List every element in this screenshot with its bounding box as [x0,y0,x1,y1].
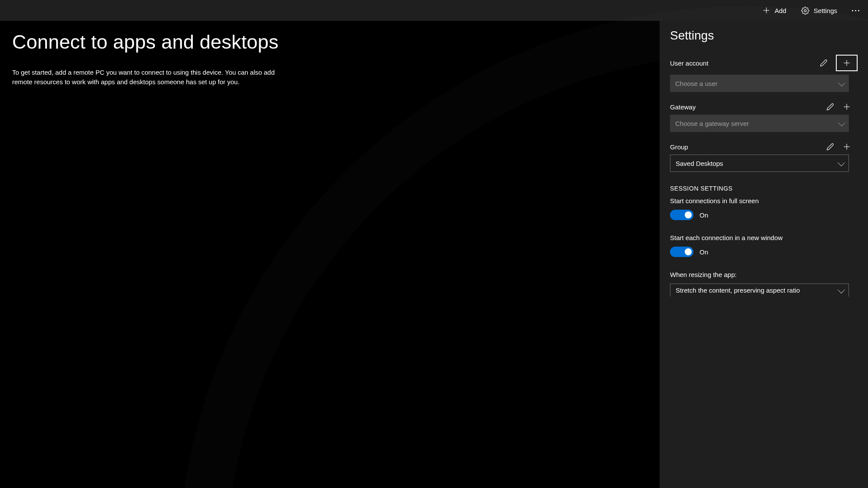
dot-icon [855,10,856,11]
user-account-value: Choose a user [675,80,718,87]
resize-label: When resizing the app: [670,271,858,278]
resize-dropdown[interactable]: Stretch the content, preserving aspect r… [670,284,849,297]
gateway-section: Gateway Choose a gateway server [670,102,858,132]
gateway-header: Gateway [670,102,858,111]
add-gateway-button[interactable] [842,102,851,111]
toggle-knob [685,211,692,218]
pencil-icon [826,103,834,111]
group-header: Group [670,142,858,151]
group-value: Saved Desktops [676,160,723,167]
chevron-down-icon [838,79,845,86]
settings-label: Settings [814,7,837,14]
left-panel: Connect to apps and desktops To get star… [0,21,660,488]
user-account-actions [819,55,858,71]
plus-icon [843,103,851,111]
add-label: Add [775,7,786,14]
toggle-knob [685,248,692,255]
more-button[interactable] [849,7,862,15]
pencil-icon [826,143,834,151]
session-settings-header: SESSION SETTINGS [670,185,858,192]
dot-icon [852,10,853,11]
edit-user-button[interactable] [819,59,828,67]
resize-value: Stretch the content, preserving aspect r… [676,287,800,294]
page-description: To get started, add a remote PC you want… [12,68,277,87]
plus-icon [762,7,770,14]
new-window-toggle[interactable] [670,247,693,257]
add-user-button[interactable] [836,55,858,71]
plus-icon [843,143,851,151]
gear-icon [801,7,809,15]
group-dropdown[interactable]: Saved Desktops [670,155,849,172]
main-area: Connect to apps and desktops To get star… [0,21,868,488]
gateway-label: Gateway [670,103,696,111]
dot-icon [858,10,859,11]
chevron-down-icon [838,119,845,126]
chevron-down-icon [838,286,845,293]
fullscreen-toggle[interactable] [670,210,693,220]
user-account-dropdown[interactable]: Choose a user [670,75,849,92]
add-group-button[interactable] [842,142,851,151]
user-account-label: User account [670,59,708,67]
new-window-state: On [700,248,708,256]
edit-gateway-button[interactable] [826,102,835,111]
resize-setting: When resizing the app: Stretch the conte… [670,271,858,297]
svg-point-2 [804,10,806,12]
fullscreen-toggle-row: On [670,210,858,220]
settings-panel: Settings User account Choose a user [660,21,868,488]
gateway-actions [826,102,858,111]
add-button[interactable]: Add [760,4,789,17]
settings-button[interactable]: Settings [799,4,840,17]
fullscreen-setting: Start connections in full screen On [670,197,858,220]
new-window-toggle-row: On [670,247,858,257]
new-window-label: Start each connection in a new window [670,234,858,241]
fullscreen-state: On [700,211,708,219]
user-account-header: User account [670,55,858,71]
group-actions [826,142,858,151]
gateway-value: Choose a gateway server [675,120,749,127]
plus-icon [843,59,851,67]
settings-title: Settings [670,29,858,43]
user-account-section: User account Choose a user [670,55,858,92]
group-label: Group [670,143,688,151]
topbar: Add Settings [0,0,868,21]
group-section: Group Saved Desktops [670,142,858,172]
chevron-down-icon [838,159,845,166]
pencil-icon [820,59,828,67]
fullscreen-label: Start connections in full screen [670,197,858,204]
new-window-setting: Start each connection in a new window On [670,234,858,257]
page-title: Connect to apps and desktops [12,31,647,53]
gateway-dropdown[interactable]: Choose a gateway server [670,115,849,132]
edit-group-button[interactable] [826,142,835,151]
